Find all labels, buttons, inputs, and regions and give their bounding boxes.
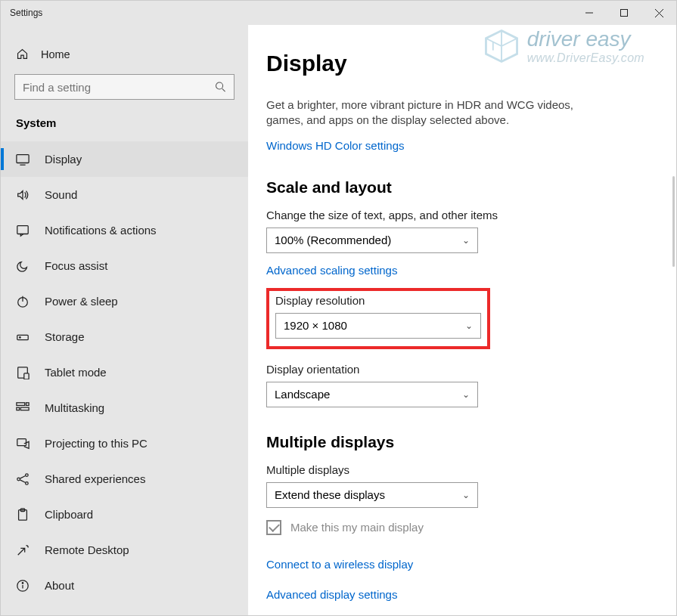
scale-label: Change the size of text, apps, and other…: [266, 209, 652, 221]
sidebar-item-sound[interactable]: Sound: [1, 177, 248, 212]
about-icon: [16, 579, 30, 593]
svg-line-23: [20, 475, 25, 478]
shared-icon: [16, 472, 30, 486]
svg-rect-14: [24, 373, 29, 379]
sidebar-item-label: Multitasking: [45, 401, 104, 414]
sidebar-item-remote-desktop[interactable]: Remote Desktop: [1, 532, 248, 568]
sidebar-item-clipboard[interactable]: Clipboard: [1, 497, 248, 532]
checkbox-icon: [266, 520, 281, 535]
svg-point-4: [216, 82, 222, 89]
svg-rect-1: [621, 10, 628, 17]
hdr-description: Get a brighter, more vibrant picture in …: [266, 98, 599, 128]
svg-point-20: [17, 478, 20, 481]
sidebar-category: System: [1, 110, 248, 141]
chevron-down-icon: ⌄: [465, 320, 473, 331]
main-display-checkbox-label: Make this my main display: [290, 521, 424, 534]
sidebar-item-label: Remote Desktop: [45, 543, 129, 556]
clipboard-icon: [16, 508, 30, 522]
search-icon: [215, 81, 226, 93]
svg-rect-6: [17, 154, 29, 163]
sidebar-item-label: About: [45, 579, 74, 592]
scale-value: 100% (Recommended): [275, 234, 391, 246]
home-icon: [16, 48, 29, 60]
resolution-dropdown[interactable]: 1920 × 1080 ⌄: [275, 313, 481, 339]
svg-line-27: [18, 548, 25, 555]
orientation-label: Display orientation: [266, 363, 652, 376]
sidebar-item-label: Projecting to this PC: [45, 437, 148, 450]
svg-point-22: [26, 481, 29, 484]
multiple-displays-value: Extend these displays: [275, 488, 385, 501]
remote-desktop-icon: [16, 543, 30, 557]
chevron-down-icon: ⌄: [462, 235, 470, 246]
svg-rect-8: [17, 225, 28, 234]
titlebar: Settings: [1, 1, 676, 25]
chevron-down-icon: ⌄: [462, 490, 470, 500]
multiple-displays-dropdown[interactable]: Extend these displays ⌄: [266, 482, 478, 508]
orientation-value: Landscape: [275, 388, 330, 401]
svg-point-21: [26, 473, 29, 476]
svg-rect-19: [17, 438, 26, 445]
connect-wireless-link[interactable]: Connect to a wireless display: [266, 558, 413, 571]
resolution-value: 1920 × 1080: [284, 319, 347, 332]
power-icon: [16, 295, 30, 308]
sidebar-item-label: Sound: [45, 188, 77, 201]
resolution-label: Display resolution: [275, 294, 481, 307]
svg-point-12: [20, 336, 20, 337]
search-box[interactable]: [14, 74, 234, 100]
watermark-brand: driver easy: [527, 27, 644, 51]
scale-dropdown[interactable]: 100% (Recommended) ⌄: [266, 228, 478, 253]
sidebar-item-label: Notifications & actions: [45, 224, 157, 237]
sidebar-item-label: Power & sleep: [45, 295, 118, 308]
sidebar-item-storage[interactable]: Storage: [1, 319, 248, 354]
window-title: Settings: [10, 8, 42, 18]
sidebar-item-label: Tablet mode: [45, 366, 107, 379]
page-title: Display: [266, 51, 652, 76]
maximize-button[interactable]: [607, 1, 641, 25]
sidebar-item-power-sleep[interactable]: Power & sleep: [1, 283, 248, 319]
notifications-icon: [16, 224, 30, 237]
scale-layout-heading: Scale and layout: [266, 178, 652, 197]
orientation-dropdown[interactable]: Landscape ⌄: [266, 382, 478, 407]
svg-rect-16: [26, 402, 30, 405]
sidebar-item-label: Shared experiences: [45, 472, 145, 485]
sidebar-item-focus-assist[interactable]: Focus assist: [1, 248, 248, 283]
minimize-button[interactable]: [572, 1, 607, 25]
close-button[interactable]: [641, 1, 676, 25]
sidebar-item-tablet-mode[interactable]: Tablet mode: [1, 354, 248, 390]
sidebar-item-notifications[interactable]: Notifications & actions: [1, 212, 248, 248]
sidebar-item-shared-experiences[interactable]: Shared experiences: [1, 461, 248, 497]
sidebar-item-multitasking[interactable]: Multitasking: [1, 390, 248, 426]
projecting-icon: [16, 437, 30, 450]
sidebar-item-label: Focus assist: [45, 259, 107, 272]
advanced-scaling-link[interactable]: Advanced scaling settings: [266, 264, 397, 277]
sidebar-item-label: Clipboard: [45, 508, 93, 521]
sound-icon: [16, 188, 30, 202]
nav-home-label: Home: [41, 48, 70, 60]
svg-rect-17: [17, 407, 20, 410]
storage-icon: [16, 330, 30, 344]
sidebar-item-label: Display: [45, 153, 82, 166]
display-icon: [16, 153, 30, 166]
nav-home[interactable]: Home: [1, 40, 248, 68]
hd-color-settings-link[interactable]: Windows HD Color settings: [266, 139, 405, 152]
sidebar-item-about[interactable]: About: [1, 568, 248, 603]
sidebar-item-display[interactable]: Display: [1, 141, 248, 177]
chevron-down-icon: ⌄: [462, 389, 470, 400]
multiple-displays-label: Multiple displays: [266, 463, 652, 476]
focus-assist-icon: [16, 259, 30, 273]
main-display-checkbox: Make this my main display: [266, 520, 652, 535]
svg-point-30: [22, 582, 23, 583]
tablet-icon: [16, 366, 30, 379]
multiple-displays-heading: Multiple displays: [266, 433, 652, 451]
advanced-display-link[interactable]: Advanced display settings: [266, 588, 397, 601]
search-input[interactable]: [23, 81, 215, 94]
multitasking-icon: [16, 401, 30, 415]
resolution-highlight: Display resolution 1920 × 1080 ⌄: [266, 288, 490, 349]
sidebar: Home System Display Sound Notifications …: [1, 25, 248, 615]
scrollbar[interactable]: [672, 176, 675, 267]
main-content: driver easy www.DriverEasy.com Display G…: [248, 25, 676, 615]
svg-rect-15: [17, 402, 25, 405]
svg-line-24: [20, 479, 25, 482]
svg-rect-18: [20, 407, 29, 410]
sidebar-item-projecting[interactable]: Projecting to this PC: [1, 426, 248, 461]
